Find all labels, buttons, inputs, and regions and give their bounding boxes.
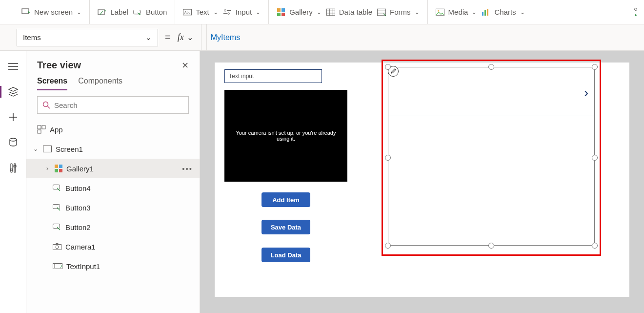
- tree-search[interactable]: [37, 96, 189, 114]
- svg-point-51: [56, 246, 59, 249]
- svg-point-26: [635, 8, 637, 10]
- equals-sign: =: [163, 32, 173, 43]
- media-icon: [436, 8, 444, 17]
- app-icon: [37, 125, 46, 134]
- insert-datatable-button[interactable]: Data table: [326, 8, 372, 17]
- gallery-template-row[interactable]: ›: [388, 67, 594, 116]
- tree-view-panel: Tree view ✕ Screens Components App: [26, 51, 200, 313]
- svg-rect-34: [14, 164, 16, 172]
- svg-rect-0: [22, 9, 29, 14]
- chevron-down-icon: ⌄: [256, 9, 261, 16]
- chevron-down-icon: ⌄: [415, 9, 420, 16]
- svg-rect-21: [436, 9, 444, 16]
- tree-view-title: Tree view: [37, 60, 81, 71]
- fx-icon: fx: [178, 32, 184, 42]
- tree-view-rail-button[interactable]: [7, 86, 19, 98]
- svg-rect-33: [11, 164, 12, 172]
- svg-rect-46: [59, 169, 62, 172]
- svg-rect-49: [53, 224, 60, 229]
- text-input-placeholder: Text input: [229, 73, 254, 80]
- insert-charts-button[interactable]: Charts ⌄: [482, 8, 524, 17]
- search-input[interactable]: [54, 101, 183, 109]
- insert-input-label: Input: [236, 8, 252, 16]
- hamburger-button[interactable]: [7, 61, 19, 72]
- insert-text-button[interactable]: Abc Text ⌄: [183, 8, 218, 17]
- add-item-button[interactable]: Add Item: [262, 192, 310, 207]
- tree-list: App ⌄ Screen1 › Gallery1 •••: [26, 120, 200, 313]
- new-screen-label: New screen: [34, 8, 73, 16]
- close-panel-button[interactable]: ✕: [181, 60, 189, 71]
- tree-node-textinput1[interactable]: TextInput1: [26, 256, 200, 276]
- button-icon: [53, 185, 61, 191]
- tree-label: Camera1: [65, 243, 96, 251]
- camera-control[interactable]: Your camera isn't set up, or you're alre…: [224, 90, 347, 182]
- insert-media-button[interactable]: Media ⌄: [436, 8, 477, 17]
- tree-node-camera1[interactable]: Camera1: [26, 237, 200, 256]
- expand-icon[interactable]: ›: [44, 165, 51, 172]
- resize-handle[interactable]: [592, 243, 598, 249]
- tree-node-button3[interactable]: Button3: [26, 198, 200, 217]
- tree-node-gallery1[interactable]: › Gallery1 •••: [26, 159, 200, 178]
- tab-components[interactable]: Components: [78, 77, 122, 90]
- tree-node-app[interactable]: App: [26, 120, 200, 139]
- chevron-down-icon: ⌄: [187, 33, 193, 42]
- resize-handle[interactable]: [385, 64, 391, 70]
- svg-rect-44: [59, 165, 62, 168]
- svg-rect-39: [38, 125, 41, 129]
- insert-forms-button[interactable]: Forms ⌄: [377, 8, 420, 17]
- resize-handle[interactable]: [592, 64, 598, 70]
- svg-rect-24: [484, 10, 486, 16]
- tools-rail-button[interactable]: [7, 162, 19, 174]
- load-data-button[interactable]: Load Data: [262, 248, 310, 262]
- svg-text:Abc: Abc: [184, 10, 191, 14]
- gallery-selection[interactable]: ›: [382, 60, 601, 256]
- gallery-control[interactable]: ›: [388, 67, 595, 246]
- insert-rail-button[interactable]: [7, 111, 19, 123]
- resize-handle[interactable]: [488, 64, 494, 70]
- tree-node-screen1[interactable]: ⌄ Screen1: [26, 139, 200, 159]
- resize-handle[interactable]: [488, 243, 494, 249]
- chevron-down-icon: ⌄: [520, 9, 525, 16]
- data-rail-button[interactable]: [7, 137, 19, 148]
- formula-input[interactable]: MyItems: [206, 24, 627, 50]
- svg-rect-50: [53, 245, 61, 250]
- button-icon: [133, 8, 142, 17]
- insert-charts-label: Charts: [494, 8, 516, 16]
- tree-node-button4[interactable]: Button4: [26, 178, 200, 198]
- insert-gallery-button[interactable]: Gallery ⌄: [277, 8, 322, 17]
- chevron-down-icon: ⌄: [145, 33, 152, 42]
- more-menu-button[interactable]: •••: [182, 165, 193, 173]
- tree-node-button2[interactable]: Button2: [26, 217, 200, 237]
- save-data-button[interactable]: Save Data: [262, 220, 310, 234]
- insert-label-button[interactable]: Label: [98, 8, 128, 17]
- insert-button-button[interactable]: Button: [133, 8, 167, 17]
- gallery-icon: [55, 165, 62, 172]
- input-icon: [223, 8, 232, 17]
- property-selector[interactable]: Items ⌄: [17, 29, 158, 46]
- resize-handle[interactable]: [385, 155, 391, 161]
- tab-screens[interactable]: Screens: [37, 77, 67, 90]
- svg-rect-40: [42, 125, 45, 129]
- formula-value: MyItems: [211, 33, 240, 42]
- insert-forms-label: Forms: [390, 8, 411, 16]
- chevron-right-icon[interactable]: ›: [584, 85, 588, 101]
- svg-rect-41: [38, 130, 41, 133]
- ribbon-overflow-button[interactable]: [631, 8, 644, 17]
- chevron-down-icon: ⌄: [213, 9, 218, 16]
- svg-rect-25: [487, 9, 488, 16]
- svg-rect-47: [53, 185, 60, 189]
- collapse-icon[interactable]: ⌄: [32, 146, 39, 152]
- svg-rect-13: [326, 9, 335, 16]
- fx-button[interactable]: fx ⌄: [178, 24, 201, 50]
- resize-handle[interactable]: [592, 155, 598, 161]
- chevron-down-icon: ⌄: [317, 9, 322, 16]
- svg-rect-10: [282, 8, 285, 12]
- text-input-control[interactable]: Text input: [224, 69, 322, 83]
- insert-ribbon: New screen ⌄ Label Button Abc Text ⌄: [0, 0, 644, 24]
- new-screen-button[interactable]: New screen ⌄: [21, 8, 81, 17]
- insert-input-button[interactable]: Input ⌄: [223, 8, 261, 17]
- svg-rect-45: [55, 169, 58, 172]
- screen-canvas[interactable]: Text input Your camera isn't set up, or …: [215, 63, 629, 297]
- resize-handle[interactable]: [385, 243, 391, 249]
- tree-label: Gallery1: [66, 165, 94, 173]
